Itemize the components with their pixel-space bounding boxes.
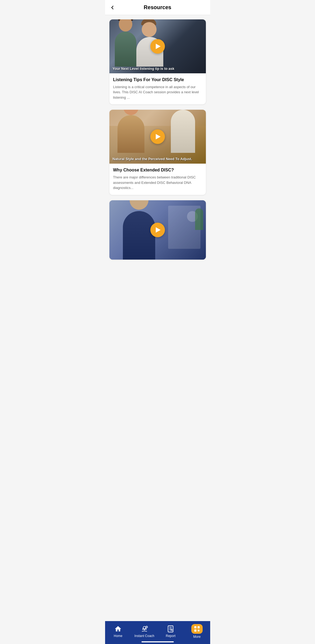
page-title: Resources	[144, 4, 171, 11]
svg-point-0	[143, 626, 146, 629]
card-content-2: Why Choose Extended DISC? There are majo…	[109, 164, 206, 195]
nav-item-home[interactable]: Home	[105, 621, 131, 644]
video-thumbnail-1[interactable]: Your Next Level listening tip is to ask	[109, 19, 206, 73]
svg-rect-4	[194, 626, 196, 628]
more-icon	[193, 625, 200, 632]
svg-rect-5	[198, 626, 200, 628]
bottom-navigation: Home Instant Coach Report	[105, 621, 210, 644]
page-header: Resources	[105, 0, 210, 15]
video-card-2: Natural Style and the Perceived Need To …	[109, 110, 206, 195]
video-card-1: Your Next Level listening tip is to ask …	[109, 19, 206, 104]
card-title-2: Why Choose Extended DISC?	[113, 167, 202, 173]
play-icon-3	[156, 227, 161, 233]
more-icon-wrapper	[191, 624, 203, 634]
video-card-3	[109, 200, 206, 260]
play-button-2[interactable]	[150, 129, 165, 144]
nav-item-instant-coach[interactable]: Instant Coach	[131, 621, 158, 644]
thumbnail-text-1: Your Next Level listening tip is to ask	[113, 67, 174, 71]
play-button-1[interactable]	[150, 39, 165, 54]
card-content-1: Listening Tips For Your DISC Style Liste…	[109, 73, 206, 104]
content-area: Your Next Level listening tip is to ask …	[105, 15, 210, 287]
thumbnail-overlay-1: Your Next Level listening tip is to ask	[109, 64, 206, 73]
back-button[interactable]	[109, 5, 115, 11]
report-icon	[167, 625, 175, 633]
nav-item-report[interactable]: Report	[158, 621, 184, 644]
play-icon-2	[156, 134, 161, 139]
video-thumbnail-3[interactable]	[109, 200, 206, 260]
thumbnail-overlay-2: Natural Style and the Perceived Need To …	[109, 154, 206, 164]
nav-label-instant-coach: Instant Coach	[134, 634, 154, 638]
play-button-3[interactable]	[150, 223, 165, 237]
instant-coach-icon	[140, 625, 148, 633]
home-indicator	[141, 641, 174, 642]
svg-rect-6	[194, 629, 196, 632]
home-icon	[114, 625, 122, 633]
nav-label-report: Report	[166, 634, 175, 638]
thumbnail-text-2: Natural Style and the Perceived Need To …	[113, 157, 192, 161]
card-description-1: Listening is a critical competence in al…	[113, 84, 202, 100]
svg-rect-2	[168, 626, 173, 632]
card-description-2: There are major differences between trad…	[113, 175, 202, 191]
nav-label-home: Home	[114, 634, 122, 638]
play-icon-1	[156, 44, 161, 49]
nav-item-more[interactable]: More	[184, 621, 210, 644]
video-thumbnail-2[interactable]: Natural Style and the Perceived Need To …	[109, 110, 206, 164]
nav-label-more: More	[193, 635, 200, 639]
card-title-1: Listening Tips For Your DISC Style	[113, 77, 202, 83]
